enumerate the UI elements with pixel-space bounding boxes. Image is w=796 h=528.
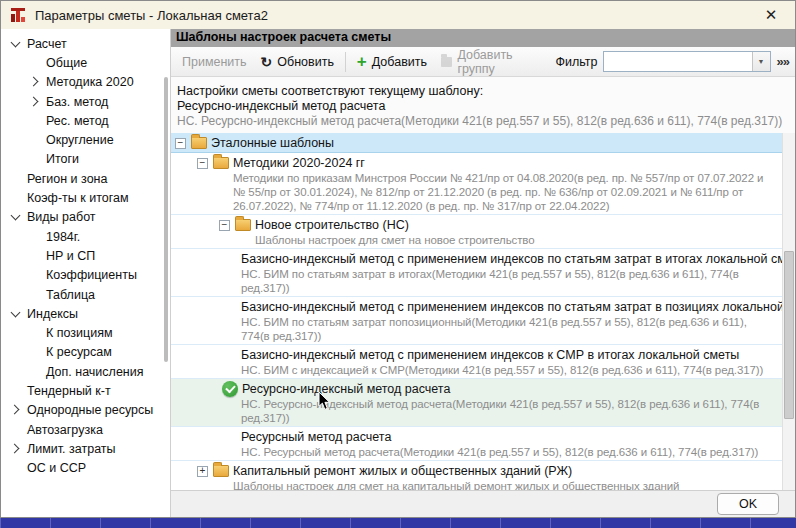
sidebar-item[interactable]: Итоги — [1, 150, 170, 169]
chevron-down-icon — [11, 39, 21, 49]
tree-row-title: Новое строительство (НС) — [255, 218, 409, 232]
sidebar-item-label: Автозагрузка — [27, 423, 103, 437]
sidebar-item[interactable]: Рес. метод — [1, 111, 170, 130]
tree-row-description: Методики по приказам Минстроя России № 4… — [197, 171, 782, 213]
folder-icon — [191, 137, 207, 149]
tree-item-row[interactable]: Базисно-индексный метод с применением ин… — [171, 249, 782, 297]
tree-row-description: Шаблоны настроек для смет на новое строи… — [219, 233, 782, 247]
sidebar-item[interactable]: К позициям — [1, 323, 170, 342]
ok-button[interactable]: OK — [717, 493, 779, 515]
filter-label: Фильтр — [551, 55, 603, 69]
sidebar-item[interactable]: Однородные ресурсы — [1, 401, 170, 420]
close-icon[interactable]: ✕ — [757, 6, 785, 24]
sidebar-item[interactable]: 1984г. — [1, 227, 170, 246]
sidebar-item[interactable]: Округление — [1, 130, 170, 149]
sidebar-scrollbar[interactable] — [164, 77, 168, 362]
sidebar-item-label: Индексы — [27, 307, 78, 321]
sidebar-item[interactable]: Регион и зона — [1, 169, 170, 188]
sidebar-item[interactable]: Таблица — [1, 285, 170, 304]
chevron-right-icon — [30, 97, 40, 107]
templates-scrollbar-thumb[interactable] — [784, 251, 794, 419]
filter-input[interactable] — [604, 52, 752, 71]
filter-dropdown-icon[interactable]: ▼ — [752, 52, 770, 71]
tree-group-row[interactable]: − Эталонные шаблоны — [171, 133, 782, 153]
settings-nav-tree: Расчет Общие Методика 2020 Баз. метод Ре… — [1, 29, 171, 517]
sidebar-item-label: 1984г. — [46, 230, 80, 244]
add-button[interactable]: + Добавить — [350, 52, 434, 72]
sidebar-item[interactable]: Коэффициенты — [1, 266, 170, 285]
templates-scrollbar[interactable] — [782, 133, 795, 490]
sidebar-item-label: Регион и зона — [27, 172, 107, 186]
sidebar-item[interactable]: Общие — [1, 53, 170, 72]
tree-group-row[interactable]: − Методики 2020-2024 гг Методики по прик… — [171, 153, 782, 215]
sidebar-item[interactable]: Индексы — [1, 304, 170, 323]
sidebar-item-label: К позициям — [46, 326, 113, 340]
current-template-description: НС. Ресурсно-индексный метод расчета(Мет… — [177, 114, 795, 129]
sidebar-item[interactable]: Методика 2020 — [1, 73, 170, 92]
sidebar-item-label: НР и СП — [46, 249, 95, 263]
sidebar-item[interactable]: Лимит. затраты — [1, 439, 170, 458]
sidebar-item-label: Таблица — [46, 288, 95, 302]
expand-toggle[interactable]: − — [197, 158, 208, 169]
apply-button-label: Применить — [182, 55, 247, 69]
sidebar-item[interactable]: Расчет — [1, 34, 170, 53]
tree-group-row[interactable]: − Новое строительство (НС) Шаблоны настр… — [171, 215, 782, 249]
add-group-button[interactable]: Добавить группу — [434, 45, 549, 79]
sidebar-item-label: Методика 2020 — [46, 75, 134, 89]
sidebar-item[interactable]: К ресурсам — [1, 343, 170, 362]
templates-tree-wrap: − Эталонные шаблоны − Методики 2020-2024… — [171, 133, 795, 490]
apply-button[interactable]: Применить — [175, 52, 254, 72]
sidebar-item-label: Округление — [46, 133, 114, 147]
tree-item-row[interactable]: Ресурсный метод расчета НС. Ресурсный ме… — [171, 427, 782, 461]
current-template-name: Ресурсно-индексный метод расчета — [177, 99, 795, 114]
tree-row-title: Капитальный ремонт жилых и общественных … — [233, 464, 572, 478]
expand-toggle[interactable]: − — [219, 220, 230, 231]
sidebar-item-label: Итоги — [46, 152, 79, 166]
sidebar-item-label: Расчет — [27, 37, 67, 51]
sidebar-item[interactable]: Коэф-ты к итогам — [1, 188, 170, 207]
sidebar-item[interactable]: НР и СП — [1, 246, 170, 265]
filter-field-wrap: ▼ — [603, 51, 771, 72]
tree-row-description: НС. Ресурсный метод расчета(Методики 421… — [241, 445, 782, 459]
sidebar-item[interactable]: Автозагрузка — [1, 420, 170, 439]
templates-tree: − Эталонные шаблоны − Методики 2020-2024… — [171, 133, 782, 490]
window-title: Параметры сметы - Локальная смета2 — [35, 8, 268, 23]
sidebar-item[interactable]: Виды работ — [1, 208, 170, 227]
sidebar-item[interactable]: ОС и ССР — [1, 459, 170, 478]
sidebar-item[interactable]: Тендерный к-т — [1, 381, 170, 400]
sidebar-item-label: Коэффициенты — [46, 268, 137, 282]
add-group-icon — [441, 57, 452, 67]
toolbar-overflow-button[interactable]: »» — [777, 54, 789, 69]
sidebar-item-label: Баз. метод — [46, 95, 108, 109]
sidebar-item-label: Лимит. затраты — [27, 442, 116, 456]
tree-group-row[interactable]: + Капитальный ремонт жилых и общественны… — [171, 461, 782, 490]
dialog-footer: OK — [171, 490, 795, 517]
tree-item-row[interactable]: Базисно-индексный метод с применением ин… — [171, 297, 782, 345]
titlebar: Параметры сметы - Локальная смета2 ✕ — [1, 1, 795, 29]
tree-item-row[interactable]: Базисно-индексный метод с применением ин… — [171, 345, 782, 379]
chevron-down-icon — [11, 212, 21, 222]
sidebar-item[interactable]: Доп. начисления — [1, 362, 170, 381]
background-app-strip — [0, 518, 796, 528]
sidebar-item-label: Общие — [46, 56, 87, 70]
sidebar-item[interactable]: Баз. метод — [1, 92, 170, 111]
sidebar-item-label: ОС и ССР — [27, 461, 86, 475]
refresh-button[interactable]: ↻ Обновить — [254, 52, 341, 72]
tree-row-title: Базисно-индексный метод с применением ин… — [241, 348, 739, 362]
current-template-info: Настройки сметы соответствуют текущему ш… — [171, 77, 795, 133]
expand-toggle[interactable]: + — [197, 466, 208, 477]
tree-row-title: Ресурсный метод расчета — [241, 430, 391, 444]
tree-row-title: Базисно-индексный метод с применением ин… — [241, 300, 782, 314]
add-group-button-label: Добавить группу — [457, 48, 541, 76]
expand-toggle[interactable]: − — [175, 138, 186, 149]
templates-toolbar: Применить ↻ Обновить + Добавить Добавить… — [171, 47, 795, 77]
check-circle-icon — [222, 381, 238, 397]
tree-row-title: Базисно-индексный метод с применением ин… — [241, 252, 782, 266]
chevron-down-icon — [11, 309, 21, 319]
tree-item-row[interactable]: Ресурсно-индексный метод расчета НС. Рес… — [171, 379, 782, 427]
tree-row-title: Эталонные шаблоны — [211, 136, 334, 150]
refresh-button-label: Обновить — [277, 55, 334, 69]
chevron-right-icon — [11, 405, 21, 415]
dialog-body: Расчет Общие Методика 2020 Баз. метод Ре… — [1, 29, 795, 517]
tree-row-description: НС. БИМ по статьям затрат попозиционный(… — [241, 315, 782, 343]
